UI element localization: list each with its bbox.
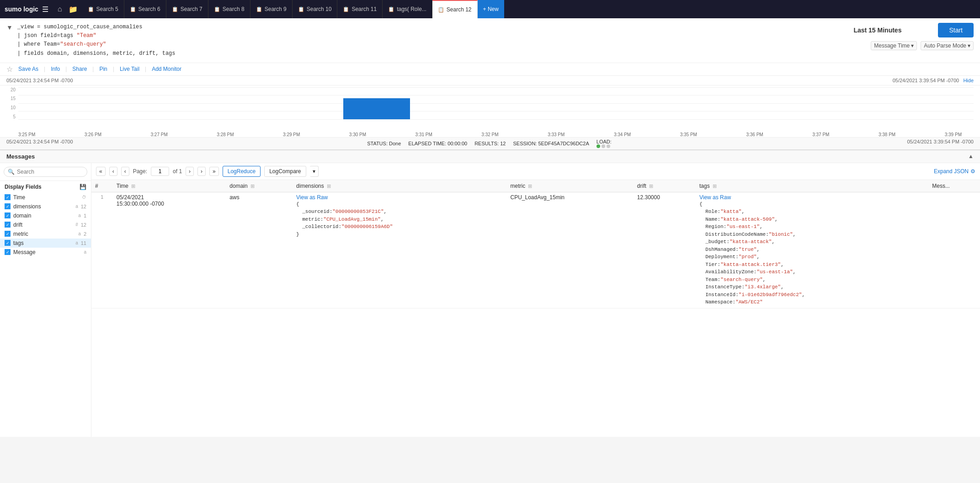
tags-view-raw[interactable]: View as Raw [699,194,731,201]
tab-search9[interactable]: 📋 Search 9 [250,0,293,18]
tab-label: Search 11 [352,6,377,12]
main-content: ▼ _view = sumologic_root_cause_anomalies… [0,18,980,150]
expand-json-btn[interactable]: Expand JSON ⚙ [934,168,975,175]
first-page-button[interactable]: « [96,167,106,176]
info-link[interactable]: Info [51,66,60,72]
histogram-end-time-and-hide: 05/24/2021 3:39:54 PM -0700 Hide [893,78,974,83]
field-search-input[interactable] [17,169,85,175]
prev-page-btn2[interactable]: ‹ [121,167,129,176]
field-checkbox-dimensions[interactable] [5,203,11,209]
prev-page-button[interactable]: ‹ [109,167,117,176]
row-num: 1 [91,192,113,308]
last-page-button[interactable]: » [209,167,219,176]
new-tab-button[interactable]: + New [478,0,504,18]
grid-line [18,95,974,96]
tab-search11[interactable]: 📋 Search 11 [337,0,383,18]
field-item-message[interactable]: Message a [0,248,91,257]
col-drift: drift ⊞ [634,180,696,192]
dimensions-view-raw[interactable]: View as Raw [296,194,328,201]
tab-search8[interactable]: 📋 Search 8 [208,0,250,18]
load-dots [597,144,613,148]
field-checkbox-time[interactable] [5,194,11,200]
field-name-domain: domain [13,212,75,219]
field-item-dimensions[interactable]: dimensions a 12 [0,202,91,211]
drift-copy-icon[interactable]: ⊞ [649,183,653,189]
field-name-metric: metric [13,231,75,237]
live-tail-link[interactable]: Live Tail [120,66,139,72]
page-label: Page: [133,168,147,175]
tab-tagsrole[interactable]: 📋 tags( Role... [383,0,432,18]
tab-icon-active: 📋 [438,7,444,13]
hamburger-icon[interactable]: ☰ [42,5,48,14]
status-end-time: 05/24/2021 3:39:54 PM -0700 [907,139,974,148]
hide-histogram-link[interactable]: Hide [963,78,974,83]
start-button[interactable]: Start [938,23,974,37]
page-input[interactable] [151,167,169,176]
tags-copy-icon[interactable]: ⊞ [713,183,717,189]
pin-link[interactable]: Pin [99,66,107,72]
tab-search12[interactable]: 📋 Search 12 [432,0,478,18]
save-as-link[interactable]: Save As [18,66,38,72]
field-checkbox-domain[interactable] [5,212,11,218]
field-type-dimensions: a [75,204,78,209]
query-collapse-icon[interactable]: ▼ [6,24,13,31]
load-dot-gray [602,144,605,148]
query-line-4: | fields domain, dimensions, metric, dri… [17,49,809,58]
row-drift: 12.30000 [634,192,696,308]
tab-search5[interactable]: 📋 Search 5 [82,0,124,18]
table-area: « ‹ ‹ Page: of 1 › › » LogReduce LogComp… [91,163,980,437]
next-page-btn1[interactable]: › [186,167,194,176]
messages-collapse-icon[interactable]: ▲ [968,153,974,159]
messages-body: 🔍 Display Fields 💾 Time ⏱ dimensions a 1… [0,163,980,437]
results-value: 12 [500,141,506,146]
row-message [928,192,980,308]
home-icon[interactable]: ⌂ [55,3,65,15]
logcomparebtn[interactable]: LogCompare [264,166,306,177]
query-line-1: _view = sumologic_root_cause_anomalies [17,23,809,32]
field-item-metric[interactable]: metric a 2 [0,229,91,239]
add-monitor-link[interactable]: Add Monitor [152,66,181,72]
query-pipe: | json field=tags [17,32,77,39]
tab-search6[interactable]: 📋 Search 6 [124,0,166,18]
tab-label: Search 6 [138,6,160,12]
dimensions-json: { _sourceid:"00000000853F21C", metric:"C… [296,201,503,239]
next-page-btn2[interactable]: › [197,167,206,176]
time-sort-icon[interactable]: ⊞ [131,183,135,189]
toolbar-separator: | [65,66,67,72]
field-item-tags[interactable]: tags a 11 [0,239,91,248]
chart-x-labels: 3:25 PM 3:26 PM 3:27 PM 3:28 PM 3:29 PM … [0,131,980,137]
favorite-star-icon[interactable]: ☆ [6,65,13,74]
dimensions-copy-icon[interactable]: ⊞ [327,183,331,189]
y-label-10: 10 [6,105,16,110]
field-checkbox-metric[interactable] [5,231,11,237]
tab-search10[interactable]: 📋 Search 10 [293,0,338,18]
parse-mode-dropdown[interactable]: Auto Parse Mode ▾ [921,41,974,50]
left-sidebar: 🔍 Display Fields 💾 Time ⏱ dimensions a 1… [0,163,91,437]
field-item-domain[interactable]: domain a 1 [0,211,91,220]
metric-copy-icon[interactable]: ⊞ [528,183,532,189]
field-checkbox-message[interactable] [5,249,11,255]
field-item-time[interactable]: Time ⏱ [0,193,91,202]
status-bar: 05/24/2021 3:24:54 PM -0700 STATUS: Done… [0,137,980,149]
save-fields-icon[interactable]: 💾 [80,184,86,190]
folder-icon[interactable]: 📁 [66,3,80,16]
messages-header: Messages ▲ [0,150,980,163]
tab-icon: 📋 [88,6,94,12]
domain-copy-icon[interactable]: ⊞ [250,183,255,189]
field-checkbox-drift[interactable] [5,222,11,228]
field-item-drift[interactable]: drift # 12 [0,220,91,229]
share-link[interactable]: Share [72,66,87,72]
field-count-domain: 1 [84,213,86,218]
tab-search7[interactable]: 📋 Search 7 [166,0,208,18]
session-value: 5EDF45A7DC96DC2A [538,141,589,146]
message-time-dropdown[interactable]: Message Time ▾ [871,41,917,50]
query-keyword: _view = sumologic_root_cause_anomalies [17,24,143,30]
messages-title: Messages [6,153,35,160]
field-checkbox-tags[interactable] [5,240,11,246]
tab-label: Search 9 [265,6,287,12]
query-text-area[interactable]: _view = sumologic_root_cause_anomalies |… [17,23,809,58]
logcompare-dropdown[interactable]: ▾ [310,166,319,177]
status-value: Done [389,141,401,146]
logreducebtn[interactable]: LogReduce [223,166,261,177]
status-items: STATUS: Done ELAPSED TIME: 00:00:00 RESU… [367,139,613,148]
